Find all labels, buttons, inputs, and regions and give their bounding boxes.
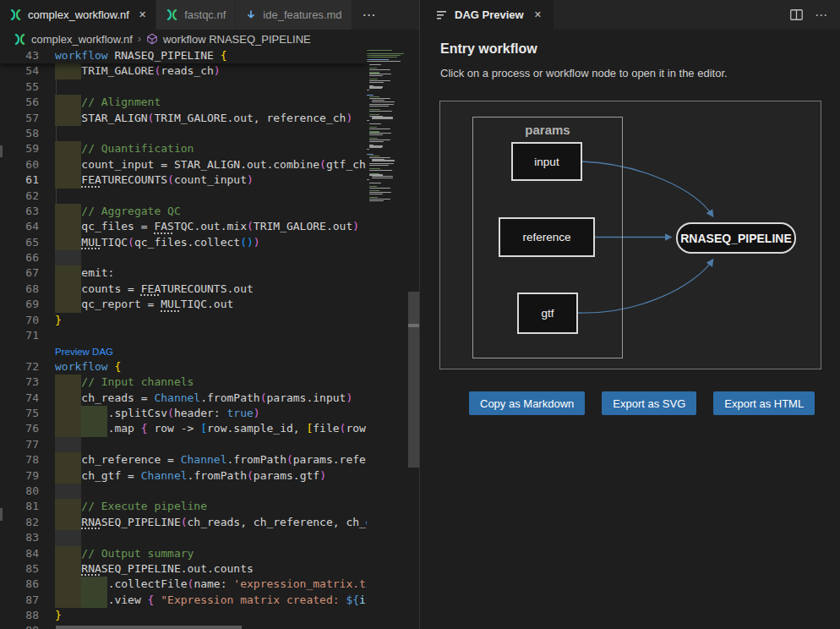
dag-node-input[interactable]: input bbox=[511, 142, 582, 181]
code-line-88[interactable]: 88} bbox=[0, 608, 367, 623]
gutter-marker bbox=[0, 508, 3, 521]
code-line-83[interactable]: 83 bbox=[0, 530, 367, 545]
line-number: 66 bbox=[0, 250, 39, 265]
code-line-72[interactable]: 72workflow { bbox=[0, 359, 367, 375]
code-line-76[interactable]: 76 .map { row -> [row.sample_id, [file(r… bbox=[0, 421, 367, 436]
code-line-87[interactable]: 87 .view { "Expression matrix created: $… bbox=[0, 593, 367, 608]
export-as-svg-button[interactable]: Export as SVG bbox=[602, 391, 696, 415]
code-line-60[interactable]: 60 count_input = STAR_ALIGN.out.combine(… bbox=[0, 157, 367, 172]
code-line-71[interactable]: 71 bbox=[0, 328, 367, 343]
code-line-61[interactable]: 61 FEATURECOUNTS(count_input) bbox=[0, 172, 367, 188]
code-line-77[interactable]: 77 bbox=[0, 437, 367, 452]
dag-group-label: params bbox=[473, 123, 622, 137]
line-number: 56 bbox=[0, 95, 39, 110]
code-line-73[interactable]: 73 // Input channels bbox=[0, 375, 367, 390]
code-line-80[interactable]: 80 bbox=[0, 484, 367, 499]
line-number: 63 bbox=[0, 204, 39, 219]
code-lines[interactable]: 54 TRIM_GALORE(reads_ch)5556 // Alignmen… bbox=[0, 63, 367, 629]
panel-header: DAG Preview ✕ ⋯ bbox=[420, 0, 840, 30]
line-number: 67 bbox=[0, 265, 39, 281]
code-line-79[interactable]: 79 ch_gtf = Channel.fromPath(params.gtf) bbox=[0, 468, 367, 484]
line-number: 70 bbox=[0, 313, 39, 328]
more-actions-icon[interactable]: ⋯ bbox=[815, 8, 828, 23]
dag-diagram: params input reference gtf RNASEQ_PIPELI… bbox=[439, 101, 821, 369]
code-line-75[interactable]: 75 .splitCsv(header: true) bbox=[0, 406, 367, 421]
line-number: 43 bbox=[0, 48, 39, 63]
line-number: 77 bbox=[0, 437, 39, 452]
breadcrumb-symbol[interactable]: workflow RNASEQ_PIPELINE bbox=[163, 33, 311, 46]
gutter-marker bbox=[0, 145, 3, 157]
code-line-74[interactable]: 74 ch_reads = Channel.fromPath(params.in… bbox=[0, 391, 367, 406]
code-line-62[interactable]: 62 bbox=[0, 189, 367, 204]
tab-complex-workflow[interactable]: complex_workflow.nf ✕ bbox=[0, 0, 156, 30]
breadcrumb: complex_workflow.nf › workflow RNASEQ_PI… bbox=[0, 30, 419, 48]
line-number: 64 bbox=[0, 219, 39, 234]
code-line-56[interactable]: 56 // Alignment bbox=[0, 95, 367, 110]
copy-as-markdown-button[interactable]: Copy as Markdown bbox=[469, 391, 585, 415]
line-number: 68 bbox=[0, 282, 39, 297]
minimap[interactable] bbox=[367, 48, 407, 629]
code-line-63[interactable]: 63 // Aggregate QC bbox=[0, 204, 367, 219]
line-number: 61 bbox=[0, 172, 39, 188]
code-line-86[interactable]: 86 .collectFile(name: 'expression_matrix… bbox=[0, 577, 367, 592]
split-editor-icon[interactable] bbox=[790, 9, 803, 20]
dag-node-rnaseq-pipeline[interactable]: RNASEQ_PIPELINE bbox=[676, 222, 796, 254]
line-number: 59 bbox=[0, 141, 39, 156]
breadcrumb-separator: › bbox=[138, 33, 141, 45]
code-line-85[interactable]: 85 RNASEQ_PIPELINE.out.counts bbox=[0, 561, 367, 577]
line-number: 55 bbox=[0, 79, 39, 95]
panel-body: Entry workflow Click on a process or wor… bbox=[420, 30, 840, 629]
tab-ide-features[interactable]: ide_features.md bbox=[236, 0, 352, 30]
dag-node-reference[interactable]: reference bbox=[499, 217, 595, 257]
code-line-54[interactable]: 54 TRIM_GALORE(reads_ch) bbox=[0, 63, 367, 79]
code-line-59[interactable]: 59 // Quantification bbox=[0, 141, 367, 156]
breadcrumb-file[interactable]: complex_workflow.nf bbox=[31, 33, 133, 46]
vscode-window: complex_workflow.nf ✕ fastqc.nf ide_feat… bbox=[0, 0, 840, 629]
line-number: 82 bbox=[0, 515, 39, 530]
code-line-55[interactable]: 55 bbox=[0, 79, 367, 95]
code-line-67[interactable]: 67 emit: bbox=[0, 265, 367, 281]
nextflow-file-icon bbox=[9, 8, 22, 21]
line-number: 54 bbox=[0, 63, 39, 79]
line-number: 73 bbox=[0, 375, 39, 390]
code-line-68[interactable]: 68 counts = FEATURECOUNTS.out bbox=[0, 282, 367, 297]
line-number: 57 bbox=[0, 111, 39, 126]
code-line-64[interactable]: 64 qc_files = FASTQC.out.mix(TRIM_GALORE… bbox=[0, 219, 367, 234]
line-number: 60 bbox=[0, 157, 39, 172]
code-line-58[interactable]: 58 bbox=[0, 126, 367, 141]
vertical-scrollbar-thumb[interactable] bbox=[408, 292, 419, 468]
code-line-78[interactable]: 78 ch_reference = Channel.fromPath(param… bbox=[0, 452, 367, 468]
tab-label: complex_workflow.nf bbox=[28, 8, 129, 21]
line-number: 76 bbox=[0, 421, 39, 436]
tab-label: fastqc.nf bbox=[184, 8, 226, 21]
code-line-81[interactable]: 81 // Execute pipeline bbox=[0, 499, 367, 514]
code-line-65[interactable]: 65 MULTIQC(qc_files.collect()) bbox=[0, 235, 367, 250]
panel-description: Click on a process or workflow node to o… bbox=[440, 67, 728, 79]
code-line-84[interactable]: 84 // Output summary bbox=[0, 546, 367, 561]
more-tabs-icon[interactable]: ⋯ bbox=[354, 0, 385, 30]
code-editor[interactable]: 54 TRIM_GALORE(reads_ch)5556 // Alignmen… bbox=[0, 48, 419, 629]
horizontal-scrollbar-thumb[interactable] bbox=[56, 626, 242, 629]
code-line-82[interactable]: 82 RNASEQ_PIPELINE(ch_reads, ch_referenc… bbox=[0, 515, 367, 530]
codelens-preview-dag[interactable]: Preview DAG bbox=[0, 343, 367, 358]
line-number: 85 bbox=[0, 561, 39, 577]
line-number: 74 bbox=[0, 391, 39, 406]
preview-list-icon bbox=[437, 10, 448, 20]
export-as-html-button[interactable]: Export as HTML bbox=[713, 391, 815, 415]
dag-node-gtf[interactable]: gtf bbox=[517, 293, 578, 334]
tab-fastqc[interactable]: fastqc.nf bbox=[156, 0, 236, 30]
code-line-69[interactable]: 69 qc_report = MULTIQC.out bbox=[0, 297, 367, 312]
line-number: 88 bbox=[0, 608, 39, 623]
line-number: 71 bbox=[0, 328, 39, 343]
tab-dag-preview[interactable]: DAG Preview ✕ bbox=[420, 0, 554, 30]
sticky-scroll-line[interactable]: 43workflow RNASEQ_PIPELINE { bbox=[0, 48, 367, 63]
close-icon[interactable]: ✕ bbox=[139, 9, 146, 20]
code-line-70[interactable]: 70} bbox=[0, 313, 367, 328]
export-button-row: Copy as Markdown Export as SVG Export as… bbox=[469, 391, 815, 415]
code-line-66[interactable]: 66 bbox=[0, 250, 367, 265]
code-line-57[interactable]: 57 STAR_ALIGN(TRIM_GALORE.out, reference… bbox=[0, 111, 367, 126]
close-icon[interactable]: ✕ bbox=[534, 9, 542, 20]
dag-preview-panel: DAG Preview ✕ ⋯ Entry workflow Click on … bbox=[420, 0, 840, 629]
symbol-cube-icon bbox=[146, 33, 158, 45]
page-title: Entry workflow bbox=[440, 41, 537, 57]
